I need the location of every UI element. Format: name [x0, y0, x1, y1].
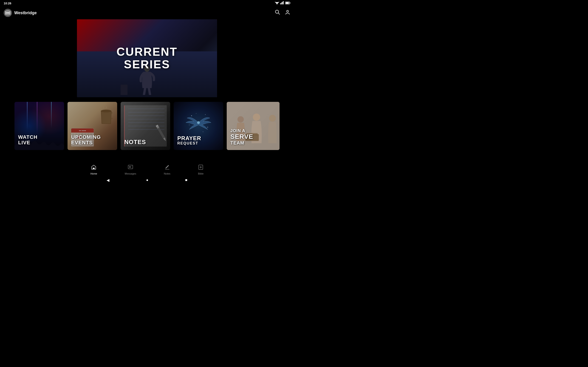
serve-line2: SERVE	[230, 133, 253, 140]
notes-icon	[164, 165, 170, 171]
hero-label: CURRENT SERIES	[116, 46, 177, 71]
podium	[121, 85, 128, 95]
hero-section: story.	[0, 19, 294, 97]
status-bar: 10:26	[0, 0, 294, 6]
status-time: 10:26	[4, 2, 11, 5]
events-line2: EVENTS	[71, 140, 101, 145]
wifi-icon	[275, 1, 279, 5]
svg-rect-4	[280, 3, 281, 4]
account-icon[interactable]	[285, 9, 290, 16]
prayer-line2: REQUEST	[177, 141, 201, 145]
events-line1: UPCOMING	[71, 134, 101, 140]
svg-rect-5	[281, 2, 282, 4]
watch-live-card[interactable]: WATCH LIVE	[15, 102, 64, 150]
notes-card[interactable]: NOTES	[121, 102, 170, 150]
nav-item-notes[interactable]: Notes	[164, 165, 170, 175]
app-logo[interactable]	[4, 9, 12, 17]
notes-line1: NOTES	[124, 139, 146, 145]
bible-icon	[198, 165, 204, 171]
nav-item-messages[interactable]: Messages	[125, 165, 136, 175]
nav-item-home[interactable]: Home	[90, 165, 97, 175]
svg-rect-6	[282, 2, 283, 4]
bottom-nav: Home Messages Notes	[0, 163, 294, 177]
prayer-label: PRAYER REQUEST	[177, 135, 201, 145]
nav-left: Westbridge	[4, 9, 37, 17]
hero-line1: CURRENT	[116, 46, 177, 58]
svg-rect-7	[283, 1, 284, 4]
status-icons	[275, 1, 290, 5]
svg-point-16	[287, 10, 288, 12]
back-button[interactable]: ◀	[107, 178, 109, 182]
home-label: Home	[90, 172, 97, 175]
svg-point-14	[275, 10, 279, 13]
svg-rect-35	[93, 168, 95, 169]
notes-label: NOTES	[124, 139, 146, 145]
svg-rect-10	[286, 2, 289, 4]
nav-right	[275, 9, 290, 16]
watch-live-line1: WATCH	[18, 134, 37, 140]
battery-icon	[285, 1, 290, 5]
top-nav-bar: Westbridge	[0, 6, 294, 19]
app-title: Westbridge	[14, 10, 37, 15]
search-icon[interactable]	[275, 9, 280, 16]
prayer-line1: PRAYER	[177, 135, 201, 141]
home-button[interactable]: ●	[146, 178, 148, 182]
bible-label: Bible	[198, 172, 204, 175]
watch-live-line2: LIVE	[18, 140, 37, 145]
events-label: UPCOMING EVENTS	[71, 134, 101, 145]
watch-live-label: WATCH LIVE	[18, 134, 37, 145]
main-content: story.	[0, 19, 294, 167]
svg-marker-38	[129, 166, 132, 168]
svg-rect-9	[290, 2, 291, 3]
current-series-card[interactable]: story.	[77, 19, 217, 97]
svg-point-13	[5, 13, 10, 15]
serve-line1: JOIN A	[230, 129, 253, 133]
nav-item-bible[interactable]: Bible	[198, 165, 204, 175]
hero-line2: SERIES	[116, 58, 177, 71]
prayer-request-card[interactable]: PRAYER REQUEST	[174, 102, 223, 150]
notes-nav-label: Notes	[164, 172, 170, 175]
svg-line-15	[278, 13, 280, 15]
serve-line3: TEAM	[230, 140, 253, 145]
upcoming-events-card[interactable]: ●● ●●●●	[68, 102, 117, 150]
cards-section: WATCH LIVE ●● ●●●●	[0, 102, 294, 150]
join-serve-team-card[interactable]: JOIN A SERVE TEAM	[227, 102, 279, 150]
messages-icon	[128, 165, 133, 171]
serve-label: JOIN A SERVE TEAM	[230, 129, 253, 145]
recent-button[interactable]: ■	[185, 178, 187, 182]
home-icon	[91, 165, 96, 171]
messages-label: Messages	[125, 172, 136, 175]
signal-icon	[280, 1, 284, 5]
android-nav-bar: ◀ ● ■	[0, 177, 294, 184]
